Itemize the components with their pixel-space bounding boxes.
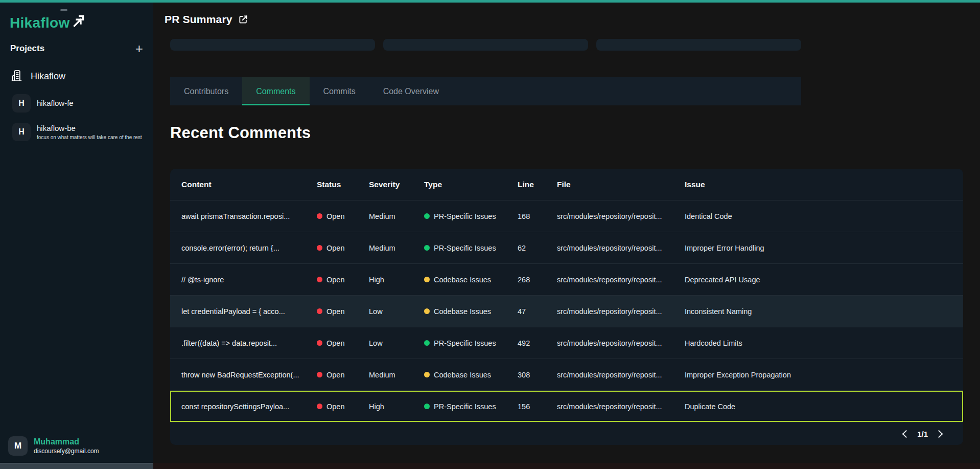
status-label: Open [326, 276, 344, 284]
cell-file: src/modules/repository/reposit... [557, 307, 685, 316]
cell-file: src/modules/repository/reposit... [557, 339, 685, 347]
cell-line: 62 [518, 244, 557, 252]
type-label: PR-Specific Issues [434, 212, 496, 220]
cell-severity: Medium [369, 244, 424, 252]
add-project-button[interactable]: + [135, 44, 143, 53]
column-header-type: Type [424, 180, 518, 189]
type-label: PR-Specific Issues [434, 339, 496, 347]
cell-line: 492 [518, 339, 557, 347]
section-title: Recent Comments [170, 124, 311, 142]
table-row[interactable]: .filter((data) => data.reposit... Open L… [170, 327, 963, 359]
repo-name: hikaflow-fe [37, 99, 74, 107]
cell-issue: Improper Error Handling [685, 244, 963, 252]
cell-line: 156 [518, 403, 557, 411]
status-label: Open [326, 244, 344, 252]
type-dot [424, 372, 430, 377]
sidebar-item-repo-hikaflow-be[interactable]: H hikaflow-be focus on what matters will… [12, 123, 153, 141]
cell-issue: Hardcoded Limits [685, 339, 963, 347]
summary-skeleton-row [170, 39, 801, 51]
user-email: discoursefy@gmail.com [34, 448, 99, 455]
cell-content: const repositorySettingsPayloa... [181, 403, 317, 411]
cell-severity: Low [369, 307, 424, 316]
cell-content: .filter((data) => data.reposit... [181, 339, 317, 347]
column-header-severity: Severity [369, 180, 424, 189]
cell-file: src/modules/repository/reposit... [557, 276, 685, 284]
cell-status: Open [317, 212, 369, 220]
skeleton-bar [170, 39, 375, 51]
sidebar-item-repo-hikaflow-fe[interactable]: H hikaflow-fe [12, 94, 153, 113]
status-label: Open [326, 371, 344, 379]
logo-arrow-icon [70, 16, 85, 30]
cell-type: PR-Specific Issues [424, 403, 518, 411]
tab-code-overview[interactable]: Code Overview [369, 77, 453, 105]
type-label: Codebase Issues [434, 307, 491, 316]
cell-issue: Deprecated API Usage [685, 276, 963, 284]
cell-type: Codebase Issues [424, 307, 518, 316]
table-row[interactable]: // @ts-ignore Open High Codebase Issues … [170, 263, 963, 295]
page-indicator: 1/1 [917, 430, 928, 438]
chevron-right-icon[interactable] [935, 430, 943, 438]
tab-comments[interactable]: Comments [242, 77, 309, 105]
chevron-left-icon[interactable] [902, 430, 911, 438]
app-logo-text: Hikaflow [10, 16, 70, 30]
column-header-issue: Issue [685, 180, 963, 189]
repo-name: hikaflow-be [37, 124, 142, 132]
bottom-edge-sidebar-segment [0, 463, 153, 469]
cell-file: src/modules/repository/reposit... [557, 244, 685, 252]
table-header-row: Content Status Severity Type Line File I… [170, 169, 963, 200]
avatar: M [8, 436, 28, 456]
status-dot [317, 404, 322, 409]
repo-subtitle: focus on what matters will take care of … [37, 135, 142, 140]
tab-contributors[interactable]: Contributors [170, 77, 242, 105]
type-dot [424, 277, 430, 282]
column-header-file: File [557, 180, 685, 189]
cell-type: Codebase Issues [424, 276, 518, 284]
type-dot [424, 213, 430, 219]
cell-file: src/modules/repository/reposit... [557, 371, 685, 379]
external-link-icon[interactable] [238, 14, 248, 25]
cell-severity: Low [369, 339, 424, 347]
status-dot [317, 277, 322, 282]
sidebar-item-project-hikaflow[interactable]: Hikaflow [10, 69, 153, 84]
cell-file: src/modules/repository/reposit... [557, 212, 685, 220]
table-body: await prismaTransaction.reposi... Open M… [170, 200, 963, 422]
organization-icon [10, 69, 23, 84]
cell-content: // @ts-ignore [181, 276, 317, 284]
table-row[interactable]: throw new BadRequestException(... Open M… [170, 359, 963, 390]
type-label: PR-Specific Issues [434, 403, 496, 411]
status-dot [317, 245, 322, 251]
cell-line: 308 [518, 371, 557, 379]
cell-issue: Improper Exception Propagation [685, 371, 963, 379]
tab-bar: Contributors Comments Commits Code Overv… [170, 77, 801, 105]
status-dot [317, 372, 322, 377]
cell-status: Open [317, 339, 369, 347]
table-row[interactable]: console.error(error); return {... Open M… [170, 232, 963, 263]
cell-status: Open [317, 276, 369, 284]
cell-content: let credentialPayload = { acco... [181, 307, 317, 316]
table-row[interactable]: const repositorySettingsPayloa... Open H… [170, 390, 963, 422]
status-label: Open [326, 212, 344, 220]
skeleton-bar [596, 39, 801, 51]
page-title: PR Summary [165, 13, 232, 26]
cell-issue: Duplicate Code [685, 403, 963, 411]
cell-status: Open [317, 244, 369, 252]
cell-severity: Medium [369, 371, 424, 379]
cell-content: console.error(error); return {... [181, 244, 317, 252]
tab-commits[interactable]: Commits [310, 77, 369, 105]
app-logo[interactable]: Hikaflow [0, 3, 153, 30]
table-pagination: 1/1 [170, 422, 963, 445]
cell-type: PR-Specific Issues [424, 339, 518, 347]
user-profile[interactable]: M Muhammad discoursefy@gmail.com [8, 436, 99, 456]
status-dot [317, 340, 322, 346]
cell-line: 168 [518, 212, 557, 220]
cell-file: src/modules/repository/reposit... [557, 403, 685, 411]
main-content: PR Summary Contributors Comments Commits… [153, 3, 980, 463]
table-row[interactable]: await prismaTransaction.reposi... Open M… [170, 200, 963, 232]
type-label: Codebase Issues [434, 276, 491, 284]
sidebar-collapse-handle[interactable] [60, 9, 67, 11]
cell-line: 268 [518, 276, 557, 284]
column-header-content: Content [181, 180, 317, 189]
table-row[interactable]: let credentialPayload = { acco... Open L… [170, 295, 963, 327]
type-label: PR-Specific Issues [434, 244, 496, 252]
status-dot [317, 308, 322, 314]
